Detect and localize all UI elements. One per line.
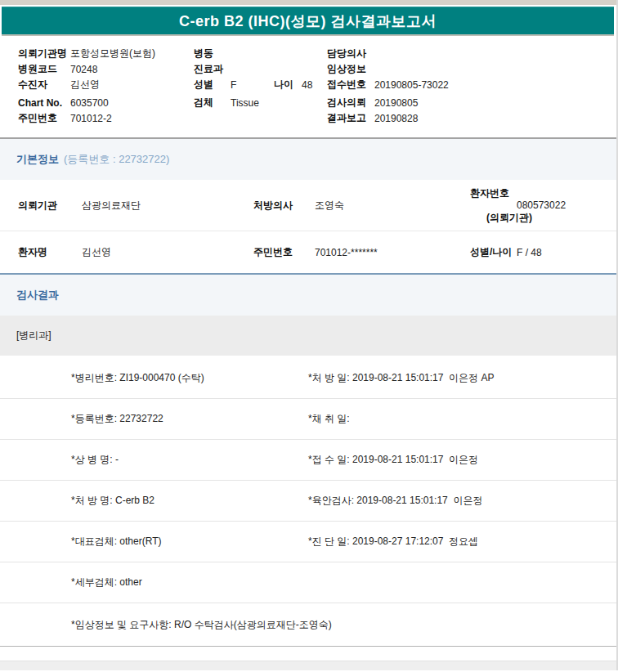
result-row-prescription-name: *처 방 명: C-erb B2 *육안검사: 2019-08-21 15:01… bbox=[0, 481, 616, 522]
cell-label: 환자번호 (의뢰기관) bbox=[470, 187, 517, 224]
field-requesting-org: 의뢰기관명 포항성모병원(보험) bbox=[18, 46, 194, 61]
cell-value: 조영숙 bbox=[315, 199, 344, 213]
field-label: 검사의뢰 bbox=[327, 96, 374, 110]
result-row-disease-name: *상 병 명: - *접 수 일: 2019-08-21 15:01:17 이은… bbox=[0, 440, 616, 481]
cell-label: 환자명 bbox=[18, 245, 82, 259]
result-left: *세부검체: other bbox=[71, 576, 308, 589]
field-test-request-date: 검사의뢰 20190805 bbox=[327, 95, 616, 110]
field-hospital-code: 병원코드 70248 bbox=[18, 61, 194, 77]
field-attending-doctor: 담당의사 bbox=[327, 46, 616, 61]
cell-patient-no: 환자번호 (의뢰기관) 080573022 bbox=[470, 187, 616, 224]
cell-patient-name: 환자명 김선영 bbox=[18, 245, 253, 259]
field-label: 나이 bbox=[274, 78, 302, 92]
field-examinee: 수진자 김선영 bbox=[18, 77, 194, 92]
report-title-bar: C-erb B2 (IHC)(성모) 검사결과보고서 bbox=[2, 7, 614, 36]
field-value: 701012-2 bbox=[70, 113, 112, 124]
result-left: *처 방 명: C-erb B2 bbox=[71, 494, 308, 508]
field-resident-no: 주민번호 701012-2 bbox=[18, 110, 194, 126]
field-value: 20190805-73022 bbox=[374, 79, 449, 91]
cell-resident-no: 주민번호 701012-******* bbox=[253, 245, 470, 259]
field-label: 진료과 bbox=[194, 62, 231, 76]
field-label: 임상정보 bbox=[327, 62, 374, 76]
cell-prescribing-doctor: 처방의사 조영숙 bbox=[253, 199, 470, 213]
field-value: 20190828 bbox=[374, 113, 418, 124]
field-label: 결과보고 bbox=[327, 111, 374, 125]
field-sex-age: 성별 F 나이 48 bbox=[194, 77, 327, 92]
cell-requesting-org: 의뢰기관 삼광의료재단 bbox=[18, 199, 253, 213]
header-info-column-2: 병동 진료과 성별 F 나이 48 검체 Tissue bbox=[194, 46, 327, 126]
cell-value: 삼광의료재단 bbox=[82, 199, 141, 213]
footer-bar bbox=[0, 661, 616, 670]
result-left: *병리번호: ZI19-000470 (수탁) bbox=[71, 371, 308, 385]
result-left: *등록번호: 22732722 bbox=[71, 412, 308, 426]
result-left: *상 병 명: - bbox=[71, 453, 308, 467]
cell-value: 701012-******* bbox=[315, 247, 378, 258]
field-label: 담당의사 bbox=[327, 47, 374, 60]
field-value: Tissue bbox=[231, 97, 274, 109]
result-right: *육안검사: 2019-08-21 15:01:17 이은정 bbox=[308, 494, 616, 508]
field-value: 김선영 bbox=[70, 78, 100, 92]
result-right: *처 방 일: 2019-08-21 15:01:17 이은정 AP bbox=[308, 371, 616, 385]
basic-info-row-1: 의뢰기관 삼광의료재단 처방의사 조영숙 환자번호 (의뢰기관) 0805730… bbox=[0, 180, 616, 231]
result-left: *대표검체: other(RT) bbox=[71, 535, 308, 549]
field-value: 48 bbox=[302, 79, 312, 91]
field-clinical-info: 임상정보 bbox=[327, 61, 616, 77]
field-value: 70248 bbox=[70, 64, 97, 75]
result-right: *채 취 일: bbox=[308, 412, 616, 426]
window-top-strip bbox=[0, 0, 616, 7]
page-title: C-erb B2 (IHC)(성모) 검사결과보고서 bbox=[179, 11, 437, 31]
results-section-header: 검사결과 bbox=[0, 273, 616, 316]
header-info-column-3: 담당의사 임상정보 접수번호 20190805-73022 검사의뢰 20190… bbox=[327, 46, 616, 126]
result-rows: *병리번호: ZI19-000470 (수탁) *처 방 일: 2019-08-… bbox=[0, 358, 616, 647]
department-label: [병리과] bbox=[16, 329, 52, 343]
cell-label-line1: 환자번호 bbox=[470, 187, 509, 199]
section-subtitle: (등록번호 : 22732722) bbox=[64, 152, 169, 167]
field-label: Chart No. bbox=[18, 97, 70, 109]
field-label: 병동 bbox=[194, 47, 231, 60]
field-value: 20190805 bbox=[374, 97, 418, 109]
field-label: 의뢰기관명 bbox=[18, 47, 70, 60]
section-title: 검사결과 bbox=[16, 288, 59, 302]
basic-info-row-2: 환자명 김선영 주민번호 701012-******* 성별/나이 F / 48 bbox=[0, 231, 616, 273]
field-value: 포항성모병원(보험) bbox=[70, 47, 155, 60]
department-row: [병리과] bbox=[0, 316, 616, 358]
cell-label: 처방의사 bbox=[253, 199, 315, 213]
result-row-clinical-request: *임상정보 및 요구사항: R/O 수탁검사(삼광의료재단-조영숙) bbox=[0, 603, 616, 647]
result-row-representative-specimen: *대표검체: other(RT) *진 단 일: 2019-08-27 17:1… bbox=[0, 522, 616, 562]
cell-value: F / 48 bbox=[517, 247, 542, 258]
field-label: 주민번호 bbox=[18, 111, 70, 125]
field-label: 성별 bbox=[194, 78, 231, 92]
header-info-column-1: 의뢰기관명 포항성모병원(보험) 병원코드 70248 수진자 김선영 Char… bbox=[18, 46, 194, 126]
field-label: 병원코드 bbox=[18, 62, 70, 76]
bottom-spacer bbox=[0, 647, 616, 661]
field-value: F bbox=[231, 79, 274, 91]
cell-value: 080573022 bbox=[517, 199, 566, 211]
field-specimen: 검체 Tissue bbox=[194, 95, 327, 110]
result-row-pathology-no: *병리번호: ZI19-000470 (수탁) *처 방 일: 2019-08-… bbox=[0, 358, 616, 399]
result-right: *접 수 일: 2019-08-21 15:01:17 이은정 bbox=[308, 453, 616, 467]
field-label: 검체 bbox=[194, 96, 231, 110]
cell-value: 김선영 bbox=[82, 245, 111, 259]
cell-label-line2: (의뢰기관) bbox=[486, 212, 532, 223]
result-left: *임상정보 및 요구사항: R/O 수탁검사(삼광의료재단-조영숙) bbox=[71, 618, 308, 632]
cell-label: 주민번호 bbox=[253, 245, 315, 259]
result-right: *진 단 일: 2019-08-27 17:12:07 정요셉 bbox=[308, 535, 616, 549]
field-chart-no: Chart No. 6035700 bbox=[18, 95, 194, 110]
patient-header-info: 의뢰기관명 포항성모병원(보험) 병원코드 70248 수진자 김선영 Char… bbox=[0, 36, 616, 137]
cell-label: 성별/나이 bbox=[470, 246, 517, 258]
report-page: C-erb B2 (IHC)(성모) 검사결과보고서 의뢰기관명 포항성모병원(… bbox=[0, 0, 616, 670]
cell-sex-age: 성별/나이 F / 48 bbox=[470, 246, 616, 258]
section-title: 기본정보 bbox=[16, 152, 59, 167]
field-result-report-date: 결과보고 20190828 bbox=[327, 110, 616, 126]
field-department: 진료과 bbox=[194, 61, 327, 77]
field-label: 접수번호 bbox=[327, 78, 374, 92]
field-ward: 병동 bbox=[194, 46, 327, 61]
cell-label: 의뢰기관 bbox=[18, 199, 82, 213]
field-value: 6035700 bbox=[70, 97, 109, 109]
result-row-registration-no: *등록번호: 22732722 *채 취 일: bbox=[0, 399, 616, 440]
result-row-detail-specimen: *세부검체: other bbox=[0, 562, 616, 603]
basic-info-section-header: 기본정보 (등록번호 : 22732722) bbox=[0, 137, 616, 180]
field-label: 수진자 bbox=[18, 78, 70, 92]
field-receipt-no: 접수번호 20190805-73022 bbox=[327, 77, 616, 92]
